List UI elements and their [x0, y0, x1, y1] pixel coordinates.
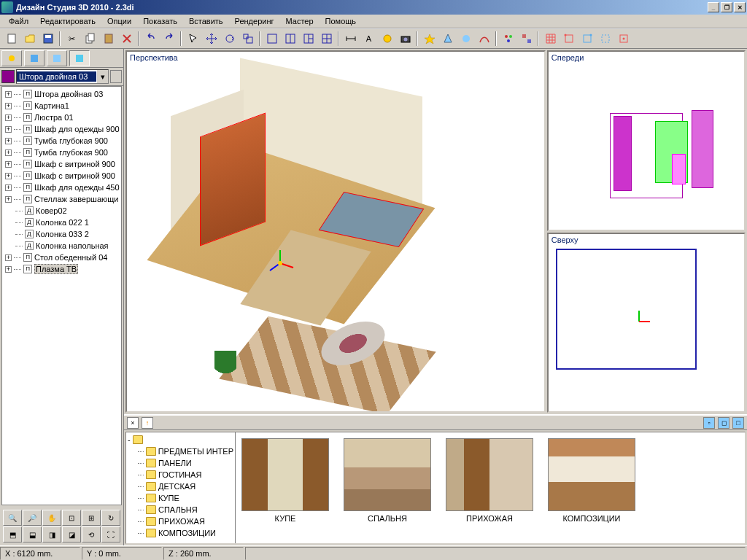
library-thumb[interactable]: СПАЛЬНЯ [344, 438, 431, 523]
tool-camera[interactable] [397, 31, 414, 47]
tree-item[interactable]: +ПЛюстра 01 [4, 112, 120, 123]
category-item[interactable]: ПРИХОЖАЯ [128, 516, 233, 527]
tool-light[interactable] [421, 31, 438, 47]
tool-scale[interactable] [239, 31, 256, 47]
tool-snap-2[interactable] [578, 31, 595, 47]
viewport-front[interactable]: Спереди [547, 50, 746, 231]
tool-snap-1[interactable] [560, 31, 577, 47]
tool-save[interactable] [39, 31, 56, 47]
library-thumb[interactable]: КОМПОЗИЦИИ [548, 438, 635, 523]
tool-dimension[interactable] [342, 31, 359, 47]
category-item[interactable]: ПРЕДМЕТЫ ИНТЕР [128, 446, 233, 457]
close-button[interactable]: ✕ [734, 2, 746, 12]
tool-sphere[interactable] [457, 31, 474, 47]
minimize-button[interactable]: _ [708, 2, 719, 12]
category-item[interactable]: ПАНЕЛИ [128, 457, 233, 469]
tool-snap-4[interactable] [615, 31, 632, 47]
expand-icon[interactable]: + [5, 161, 12, 168]
viewport-top[interactable]: Сверху [547, 233, 746, 413]
library-view-small-icon[interactable]: ▫ [703, 417, 715, 429]
tree-item[interactable]: ДКолонка 033 2 [4, 228, 120, 240]
tool-render[interactable] [379, 31, 395, 47]
tool-new[interactable] [3, 31, 20, 47]
library-view-med-icon[interactable]: ◻ [718, 417, 729, 429]
tree-item[interactable]: +ПТумба глубокая 900 [4, 147, 120, 158]
nav-view-fit-icon[interactable]: ⛶ [101, 526, 120, 542]
expand-icon[interactable]: + [5, 196, 12, 203]
tree-item[interactable]: ДКолонка напольная [4, 240, 120, 252]
tree-item[interactable]: +ПШкаф для одежды 450 [4, 182, 120, 193]
tool-path[interactable] [476, 31, 492, 47]
menu-options[interactable]: Опции [101, 15, 137, 27]
tool-open[interactable] [21, 31, 38, 47]
expand-icon[interactable]: + [5, 126, 12, 133]
category-item[interactable]: КОМПОЗИЦИИ [128, 527, 233, 539]
tree-item[interactable]: +ПШкаф с витриной 900 [4, 158, 120, 170]
nav-zoom-window-icon[interactable]: ⊞ [82, 510, 101, 526]
object-select-combo[interactable]: Штора двойная 03 ▾ [16, 69, 109, 84]
tab-lights[interactable] [47, 50, 67, 66]
expand-icon[interactable]: + [5, 114, 12, 121]
nav-view-side-icon[interactable]: ◨ [42, 526, 61, 542]
menu-help[interactable]: Помощь [320, 15, 363, 27]
expand-icon[interactable]: + [5, 266, 12, 273]
expand-icon[interactable]: + [5, 138, 12, 144]
transform-gizmo-icon[interactable] [266, 249, 295, 278]
tool-delete[interactable] [118, 31, 135, 47]
tool-layout-2[interactable] [282, 31, 298, 47]
tab-objects[interactable] [69, 50, 90, 66]
tree-item[interactable]: ДКолонка 022 1 [4, 217, 120, 228]
tool-undo[interactable] [142, 31, 159, 47]
expand-icon[interactable]: + [5, 91, 12, 98]
nav-view-persp-icon[interactable]: ◪ [62, 526, 81, 542]
library-close-icon[interactable]: × [127, 417, 139, 429]
tree-item[interactable]: +ПШкаф для одежды 900 [4, 123, 120, 135]
expand-icon[interactable]: + [5, 173, 12, 179]
tree-item[interactable]: +ППлазма ТВ [4, 263, 120, 275]
tool-ungroup[interactable] [518, 31, 535, 47]
expand-icon[interactable]: + [5, 149, 12, 156]
combo-dropdown-icon[interactable]: ▾ [96, 70, 108, 83]
category-item[interactable]: КУПЕ [128, 492, 233, 504]
tree-item[interactable]: +ПСтол обеденный 04 [4, 252, 120, 263]
tool-cut[interactable]: ✂ [63, 31, 80, 47]
tree-item[interactable]: +ПКартина1 [4, 100, 120, 112]
expand-icon[interactable]: + [5, 103, 12, 109]
nav-zoom-out-icon[interactable]: 🔎 [23, 510, 42, 526]
menu-render[interactable]: Рендеринг [229, 15, 280, 27]
scene-tree[interactable]: +ПШтора двойная 03+ПКартина1+ПЛюстра 01+… [1, 86, 122, 505]
tool-text[interactable]: A [360, 31, 377, 47]
tool-grid[interactable] [542, 31, 559, 47]
category-item[interactable]: ГОСТИНАЯ [128, 469, 233, 481]
nav-rotate-icon[interactable]: ↻ [101, 510, 120, 526]
restore-button[interactable]: ❐ [721, 2, 732, 12]
library-category-tree[interactable]: -ПРЕДМЕТЫ ИНТЕРПАНЕЛИГОСТИНАЯДЕТСКАЯКУПЕ… [126, 432, 236, 543]
tool-redo[interactable] [160, 31, 177, 47]
tree-item[interactable]: +ПТумба глубокая 900 [4, 135, 120, 147]
tool-layout-1[interactable] [263, 31, 280, 47]
tool-snap-3[interactable] [597, 31, 614, 47]
expand-icon[interactable]: + [5, 184, 12, 191]
menu-insert[interactable]: Вставить [183, 15, 229, 27]
menu-file[interactable]: Файл [3, 15, 34, 27]
library-view-large-icon[interactable]: □ [732, 417, 744, 429]
library-up-icon[interactable]: ↑ [142, 417, 153, 429]
expand-icon[interactable]: + [5, 254, 12, 261]
nav-view-top-icon[interactable]: ⬒ [3, 526, 22, 542]
tree-item[interactable]: +ПШкаф с витриной 900 [4, 170, 120, 182]
library-thumb[interactable]: КУПЕ [241, 438, 329, 523]
combo-extra-button[interactable] [110, 70, 122, 83]
tool-cone[interactable] [439, 31, 456, 47]
tool-paste[interactable] [100, 31, 117, 47]
nav-pan-icon[interactable]: ✋ [42, 510, 61, 526]
menu-master[interactable]: Мастер [280, 15, 320, 27]
library-thumb[interactable]: ПРИХОЖАЯ [446, 438, 533, 523]
tool-move[interactable] [203, 31, 220, 47]
tool-copy[interactable] [82, 31, 98, 47]
tree-item[interactable]: ДКовер02 [4, 205, 120, 217]
tool-layout-4[interactable] [318, 31, 335, 47]
tab-materials[interactable] [24, 50, 44, 66]
category-item[interactable]: СПАЛЬНЯ [128, 504, 233, 516]
menu-show[interactable]: Показать [137, 15, 183, 27]
tree-item[interactable]: +ПШтора двойная 03 [4, 88, 120, 100]
